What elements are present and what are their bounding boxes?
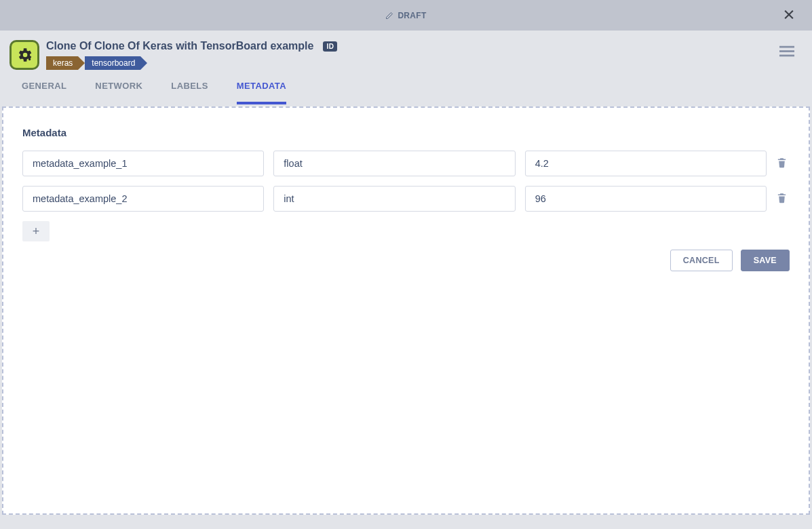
gear-icon xyxy=(16,46,33,64)
tabs: GENERAL NETWORK LABELS METADATA xyxy=(0,70,812,104)
delete-row-button[interactable] xyxy=(776,192,790,205)
svg-rect-5 xyxy=(779,55,794,57)
delete-row-button[interactable] xyxy=(776,157,790,170)
metadata-value-input[interactable] xyxy=(525,151,767,176)
pencil-icon xyxy=(385,12,393,20)
metadata-value-input[interactable] xyxy=(525,186,767,212)
tab-general[interactable]: GENERAL xyxy=(22,81,66,104)
actions: CANCEL SAVE xyxy=(22,250,790,271)
svg-rect-3 xyxy=(779,46,794,48)
metadata-key-input[interactable] xyxy=(22,151,264,176)
tab-metadata[interactable]: METADATA xyxy=(237,81,286,104)
menu-button[interactable] xyxy=(779,45,794,60)
tag-keras[interactable]: keras xyxy=(46,56,78,70)
cancel-button[interactable]: CANCEL xyxy=(670,250,733,271)
metadata-type-input[interactable] xyxy=(273,186,515,212)
draft-status: DRAFT xyxy=(385,11,426,20)
svg-rect-4 xyxy=(779,50,794,52)
metadata-row xyxy=(22,186,790,212)
id-badge[interactable]: ID xyxy=(323,41,337,52)
hamburger-icon xyxy=(779,45,794,58)
trash-icon xyxy=(776,192,788,203)
trash-icon xyxy=(776,157,788,168)
svg-point-2 xyxy=(28,58,31,60)
tab-labels[interactable]: LABELS xyxy=(171,81,208,104)
save-button[interactable]: SAVE xyxy=(741,250,790,271)
top-bar: DRAFT xyxy=(0,0,812,31)
add-row-button[interactable]: + xyxy=(22,221,50,241)
panel-heading: Metadata xyxy=(22,127,790,138)
tag-tensorboard[interactable]: tensorboard xyxy=(85,56,140,70)
metadata-type-input[interactable] xyxy=(273,151,515,176)
metadata-key-input[interactable] xyxy=(22,186,264,212)
header: Clone Of Clone Of Keras with TensorBoard… xyxy=(0,31,812,70)
close-icon xyxy=(782,7,796,21)
draft-label: DRAFT xyxy=(398,11,426,20)
experiment-logo xyxy=(9,40,39,70)
tab-network[interactable]: NETWORK xyxy=(95,81,142,104)
metadata-panel: Metadata + CANCEL SAVE xyxy=(2,106,810,515)
plus-icon: + xyxy=(33,224,40,239)
page-title: Clone Of Clone Of Keras with TensorBoard… xyxy=(46,40,313,52)
close-button[interactable] xyxy=(782,7,796,23)
metadata-row xyxy=(22,151,790,176)
tags: keras tensorboard xyxy=(46,56,337,70)
